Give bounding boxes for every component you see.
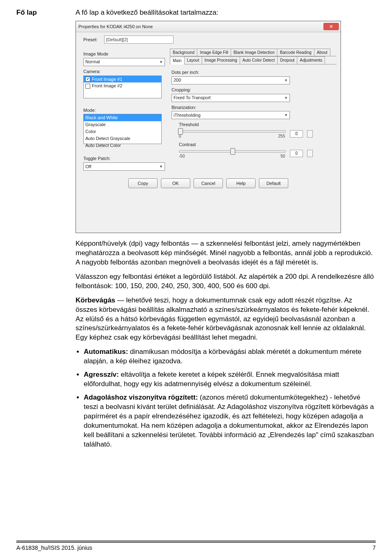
close-icon[interactable]: ✕	[323, 23, 339, 30]
threshold-value[interactable]: 0	[290, 130, 303, 138]
image-mode-value: Normal	[85, 59, 100, 65]
chevron-down-icon: ▼	[284, 113, 288, 118]
threshold-row: Threshold 0 255	[172, 122, 335, 139]
body-text: Képpont/hüvelyk (dpi) vagy felbontás — a…	[76, 239, 376, 449]
tab-main[interactable]: Main	[170, 57, 185, 64]
content-columns: Fő lap A fő lap a következő beállításoka…	[16, 8, 376, 454]
list-item[interactable]: Color	[84, 128, 161, 135]
tab-blank-image-detection[interactable]: Blank Image Detection	[231, 49, 278, 56]
tabs-row-bottom: Main Layout Image Processing Auto Color …	[170, 56, 336, 64]
left-column: Fő lap	[16, 8, 63, 454]
contrast-min: -50	[179, 153, 185, 159]
section-title: Fő lap	[16, 8, 63, 18]
tab-adjustments[interactable]: Adjustments	[297, 56, 325, 64]
paragraph: Képpont/hüvelyk (dpi) vagy felbontás — a…	[76, 239, 376, 267]
list-item[interactable]: Grayscale	[84, 121, 161, 128]
contrast-slider[interactable]	[179, 150, 286, 153]
tab-image-edge-fill[interactable]: Image Edge Fill	[197, 49, 231, 56]
fixed-desc: (azonos méretű dokumentumkötegekhez) - l…	[84, 393, 374, 448]
list-item[interactable]: Auto Detect Color	[84, 142, 161, 149]
dpi-label: Dots per inch:	[172, 69, 335, 76]
camera-item-1: Front Image #1	[92, 76, 122, 82]
dpi-combo[interactable]: 200 ▼	[172, 76, 290, 84]
right-column: A fő lap a következő beállításokat tarta…	[76, 8, 376, 454]
chevron-down-icon: ▼	[159, 164, 163, 169]
ok-button[interactable]: OK	[161, 178, 190, 188]
contrast-label: Contrast	[179, 142, 335, 148]
paragraph: Válasszon egy felbontási értéket a legör…	[76, 272, 376, 291]
list-item[interactable]: Black and White	[84, 114, 161, 121]
copy-button[interactable]: Copy	[128, 178, 158, 188]
contrast-value[interactable]: 0	[290, 150, 303, 157]
contrast-row: Contrast -50 50	[172, 142, 335, 159]
toggle-patch-label: Toggle Patch:	[83, 156, 165, 162]
mode-label: Mode:	[83, 107, 165, 113]
dialog-body: Image Mode Normal ▼ Camera: ✔ Front Imag…	[76, 47, 341, 174]
chevron-down-icon: ▼	[159, 60, 163, 64]
list-item[interactable]: Auto Detect Grayscale	[84, 135, 161, 142]
tab-image-processing[interactable]: Image Processing	[202, 56, 240, 64]
dpi-value: 200	[174, 77, 181, 83]
paragraph: Körbevágás — lehetővé teszi, hogy a doku…	[76, 296, 376, 343]
dialog-screenshot: Properties for KODAK i4250 on None ✕ Pre…	[76, 21, 341, 233]
camera-label: Camera:	[83, 69, 165, 75]
cropping-label: Cropping:	[172, 87, 335, 93]
slider-thumb-icon[interactable]	[178, 128, 183, 135]
camera-item-2: Front Image #2	[92, 83, 122, 89]
list-item: Adagoláshoz viszonyítva rögzített: (azon…	[84, 393, 376, 449]
tab-auto-color-detect[interactable]: Auto Color Detect	[240, 56, 278, 64]
toggle-patch-combo[interactable]: Off ▼	[83, 162, 165, 171]
tab-layout[interactable]: Layout	[184, 56, 202, 64]
binarization-value: iThresholding	[174, 112, 200, 118]
threshold-max: 255	[278, 133, 285, 139]
checkbox-icon	[85, 84, 90, 89]
tab-about[interactable]: About	[314, 49, 330, 56]
help-button[interactable]: Help	[226, 178, 256, 188]
bullet-list: Automatikus: dinamikusan módosítja a kör…	[76, 347, 376, 449]
binarization-label: Binarization:	[172, 104, 335, 111]
list-item[interactable]: ✔ Front Image #1	[84, 76, 161, 83]
tab-barcode-reading[interactable]: Barcode Reading	[277, 49, 314, 56]
footer-page-number: 7	[372, 544, 376, 552]
footer-left: A-61838_hu/ISIS 2015. június	[16, 544, 92, 552]
dialog-title: Properties for KODAK i4250 on None	[78, 24, 153, 30]
threshold-label: Threshold	[179, 122, 335, 128]
tab-dropout[interactable]: Dropout	[277, 56, 298, 64]
dialog-left-panel: Image Mode Normal ▼ Camera: ✔ Front Imag…	[83, 49, 165, 171]
spinner-icon[interactable]	[307, 130, 313, 138]
camera-listbox[interactable]: ✔ Front Image #1 Front Image #2	[83, 76, 162, 98]
intro-text: A fő lap a következő beállításokat tarta…	[76, 8, 376, 18]
preset-label: Preset:	[83, 37, 98, 43]
list-item: Automatikus: dinamikusan módosítja a kör…	[84, 347, 376, 366]
list-item: Agresszív: eltávolítja a fekete keretet …	[84, 370, 376, 389]
dialog-titlebar: Properties for KODAK i4250 on None ✕	[76, 21, 341, 32]
page: Fő lap A fő lap a következő beállításoka…	[0, 0, 392, 560]
page-footer: A-61838_hu/ISIS 2015. június 7	[16, 542, 376, 552]
dialog-right-panel: Background Image Edge Fill Blank Image D…	[170, 49, 336, 171]
tab-background[interactable]: Background	[170, 49, 197, 56]
slider-thumb-icon[interactable]	[230, 148, 235, 155]
binarization-combo[interactable]: iThresholding ▼	[172, 111, 290, 119]
toggle-patch-value: Off	[85, 164, 91, 170]
tabs-row-top: Background Image Edge Fill Blank Image D…	[170, 49, 336, 57]
checkbox-icon: ✔	[85, 77, 90, 82]
cancel-button[interactable]: Cancel	[194, 178, 223, 188]
fixed-strong: Adagoláshoz viszonyítva rögzített:	[84, 393, 198, 401]
chevron-down-icon: ▼	[284, 96, 288, 100]
mode-listbox[interactable]: Black and White Grayscale Color Auto Det…	[83, 114, 162, 144]
image-mode-combo[interactable]: Normal ▼	[83, 58, 165, 66]
preset-input[interactable]: [Default][2]	[104, 36, 174, 44]
default-button[interactable]: Default	[259, 178, 288, 188]
spinner-icon[interactable]	[307, 150, 313, 157]
cropping-combo[interactable]: Fixed To Transport ▼	[172, 94, 290, 102]
list-item[interactable]: Front Image #2	[84, 82, 161, 89]
chevron-down-icon: ▼	[284, 78, 288, 83]
aggressive-desc: eltávolítja a fekete keretet a képek szé…	[84, 371, 339, 388]
cropping-value: Fixed To Transport	[174, 95, 211, 101]
auto-strong: Automatikus:	[84, 348, 128, 356]
threshold-scale: 0 255	[179, 133, 285, 139]
dialog-button-row: Copy OK Cancel Help Default	[76, 174, 341, 191]
threshold-slider[interactable]	[179, 130, 286, 133]
cropping-desc: — lehetővé teszi, hogy a dokumentumnak c…	[76, 296, 369, 342]
image-mode-label: Image Mode	[83, 51, 165, 57]
